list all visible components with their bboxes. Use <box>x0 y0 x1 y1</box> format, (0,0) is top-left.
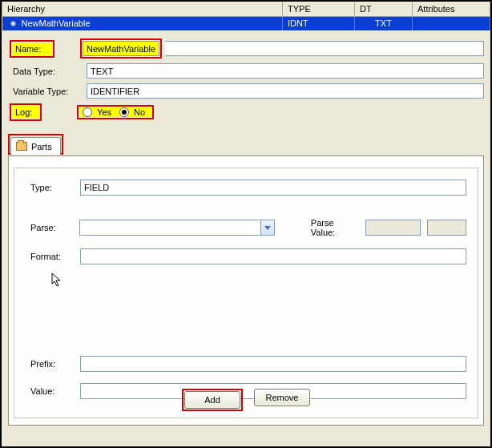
name-field[interactable]: NewMathVariable <box>83 41 159 56</box>
name-label: Name: <box>12 42 52 55</box>
datatype-row: Data Type: TEXT <box>10 63 484 79</box>
parse-combo[interactable] <box>79 220 275 236</box>
folder-icon <box>16 142 27 151</box>
log-no-label: No <box>134 107 145 117</box>
log-yes-label: Yes <box>97 107 111 117</box>
log-no-radio[interactable] <box>119 107 129 117</box>
parse-row: Parse: Parse Value: <box>30 218 466 237</box>
prefix-label: Prefix: <box>30 359 74 369</box>
button-row: Add Remove <box>14 389 478 411</box>
row-attributes <box>413 16 490 30</box>
log-radio-group: Yes No <box>79 107 151 117</box>
parse-combo-box <box>79 220 260 236</box>
log-row: Log: Yes No <box>10 103 484 121</box>
tab-parts[interactable]: Parts <box>10 137 61 155</box>
form-area: Name: NewMathVariable Data Type: TEXT Va… <box>2 30 490 129</box>
parse-label: Parse: <box>30 223 73 232</box>
add-highlight: Add <box>182 389 243 411</box>
tab-parts-label: Parts <box>31 142 52 151</box>
format-label: Format: <box>30 252 74 261</box>
parts-panel: Type: FIELD Parse: Parse Value: Format: <box>8 156 484 426</box>
hierarchy-header-row: Hierarchy TYPE DT Attributes <box>2 2 490 16</box>
tab-strip: Parts <box>8 137 484 156</box>
parse-value-field-1[interactable] <box>365 220 421 236</box>
datatype-field[interactable]: TEXT <box>87 63 484 79</box>
vartype-field[interactable]: IDENTIFIER <box>87 83 484 99</box>
parse-value-label: Parse Value: <box>311 218 360 237</box>
app-window: Hierarchy TYPE DT Attributes NewMathVari… <box>0 0 492 448</box>
parse-combo-button[interactable] <box>260 220 275 236</box>
hierarchy-row-selected[interactable]: NewMathVariable IDNT TXT <box>2 16 490 30</box>
type-row: Type: FIELD <box>30 180 466 196</box>
hierarchy-table: Hierarchy TYPE DT Attributes NewMathVari… <box>2 2 490 30</box>
row-type: IDNT <box>283 16 355 30</box>
vartype-row: Variable Type: IDENTIFIER <box>10 83 484 99</box>
add-button[interactable]: Add <box>184 391 240 409</box>
prefix-row: Prefix: <box>30 356 466 372</box>
type-field[interactable]: FIELD <box>80 180 466 196</box>
row-bullet-icon <box>10 21 16 26</box>
type-label: Type: <box>30 183 74 192</box>
remove-button[interactable]: Remove <box>254 389 310 406</box>
col-type[interactable]: TYPE <box>283 2 355 16</box>
name-row: Name: NewMathVariable <box>10 38 484 59</box>
datatype-label: Data Type: <box>10 65 83 78</box>
row-name: NewMathVariable <box>22 18 91 28</box>
format-field[interactable] <box>80 248 466 264</box>
log-label: Log: <box>12 106 39 119</box>
col-hierarchy[interactable]: Hierarchy <box>2 2 283 16</box>
chevron-down-icon <box>264 226 271 230</box>
name-field-ext[interactable] <box>165 41 484 56</box>
row-dt: TXT <box>355 16 413 30</box>
parse-value-field-2[interactable] <box>427 220 466 236</box>
format-row: Format: <box>30 248 466 264</box>
log-yes-radio[interactable] <box>83 107 92 117</box>
prefix-field[interactable] <box>80 356 466 372</box>
col-attributes[interactable]: Attributes <box>413 2 490 16</box>
vartype-label: Variable Type: <box>10 85 83 98</box>
tab-highlight: Parts <box>8 134 63 155</box>
col-dt[interactable]: DT <box>355 2 413 16</box>
parts-inner: Type: FIELD Parse: Parse Value: Format: <box>14 167 478 418</box>
